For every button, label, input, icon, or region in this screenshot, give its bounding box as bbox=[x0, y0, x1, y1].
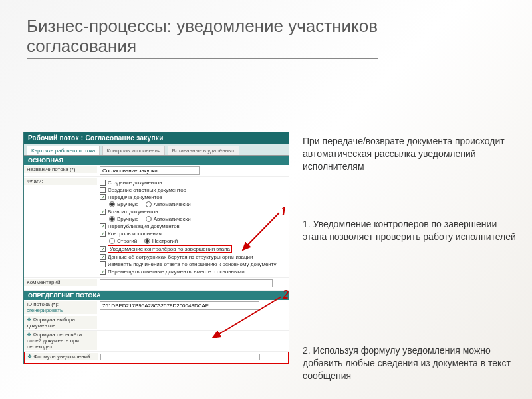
flag-create-docs[interactable]: Создание документов bbox=[100, 179, 286, 186]
slide-title: Бизнес-процессы: уведомление участников … bbox=[0, 0, 532, 65]
label-comment: Комментарий: bbox=[24, 279, 97, 286]
row-flags: Флаги: Создание документов Создание отве… bbox=[24, 177, 289, 278]
tab-control[interactable]: Контроль исполнения bbox=[102, 146, 166, 155]
flag-notify-controllers[interactable]: Уведомление контролёров по завершении эт… bbox=[100, 245, 286, 253]
flag-transfer[interactable]: Передача документов bbox=[100, 194, 286, 201]
label-flags: Флаги: bbox=[24, 178, 97, 185]
input-comment[interactable] bbox=[100, 279, 273, 287]
annotation-2: 2 bbox=[283, 288, 289, 302]
flag-move-reply[interactable]: Перемещать ответные документы вместе с о… bbox=[100, 268, 286, 275]
label-id: ID потока (*): сгенерировать bbox=[24, 301, 97, 314]
description-point2: 2. Используя формулу уведомления можно д… bbox=[303, 344, 522, 382]
tab-card[interactable]: Карточка рабочего потока bbox=[27, 146, 100, 155]
flag-control[interactable]: Контроль исполнения bbox=[100, 230, 286, 237]
label-name: Название потока (*): bbox=[24, 166, 97, 173]
flag-change-subord[interactable]: Изменять подчинение ответа по отношению … bbox=[100, 261, 286, 268]
annotation-1: 1 bbox=[281, 205, 287, 219]
section-main: ОСНОВНАЯ bbox=[24, 156, 289, 165]
tab-bar: Карточка рабочего потока Контроль исполн… bbox=[24, 144, 289, 156]
tab-inserted[interactable]: Вставанные в удалённых bbox=[168, 146, 239, 155]
link-generate[interactable]: сгенерировать bbox=[27, 307, 63, 313]
label-formula-select: ❖ Формула выбора документов: bbox=[24, 316, 97, 329]
row-id: ID потока (*): сгенерировать 761DBED217B… bbox=[24, 300, 289, 315]
description-intro: При передаче/возврате документа происход… bbox=[303, 135, 515, 173]
app-window: Рабочий поток : Согласование закупки Кар… bbox=[23, 132, 289, 364]
window-titlebar: Рабочий поток : Согласование закупки bbox=[24, 132, 289, 144]
label-formula-recalc: ❖ Формула пересчёта полей документа при … bbox=[24, 331, 97, 350]
input-formula-recalc[interactable] bbox=[100, 332, 259, 338]
input-name[interactable]: Согласование закупки bbox=[100, 166, 200, 175]
flag-control-mode[interactable]: Строгий Нестрогий bbox=[100, 237, 286, 245]
row-formula-select: ❖ Формула выбора документов: bbox=[24, 315, 289, 331]
flag-return[interactable]: Возврат документов bbox=[100, 208, 286, 215]
description-point1: 1. Уведомление контролеров по завершении… bbox=[303, 218, 522, 243]
label-formula-notify: ❖ Формула уведомлений: bbox=[25, 353, 98, 360]
row-name: Название потока (*): Согласование закупк… bbox=[24, 165, 289, 177]
input-id[interactable]: 761DBED217B95A28C32578D200048DCAF bbox=[100, 301, 259, 310]
row-comment: Комментарий: bbox=[24, 278, 289, 291]
input-formula-notify[interactable] bbox=[100, 354, 260, 360]
flag-republish[interactable]: Перепубликация документов bbox=[100, 223, 286, 230]
section-definition: ОПРЕДЕЛЕНИЕ ПОТОКА bbox=[24, 291, 289, 300]
row-formula-recalc: ❖ Формула пересчёта полей документа при … bbox=[24, 331, 289, 352]
flag-transfer-mode[interactable]: Вручную Автоматически bbox=[100, 201, 286, 208]
row-formula-notify: ❖ Формула уведомлений: bbox=[24, 352, 289, 364]
flag-create-reply[interactable]: Создание ответных документов bbox=[100, 186, 286, 194]
flag-return-mode[interactable]: Вручную Автоматически bbox=[100, 215, 286, 223]
input-formula-select[interactable] bbox=[100, 317, 259, 323]
flag-staff-data[interactable]: Данные об сотрудниках берутся из структу… bbox=[100, 253, 286, 261]
